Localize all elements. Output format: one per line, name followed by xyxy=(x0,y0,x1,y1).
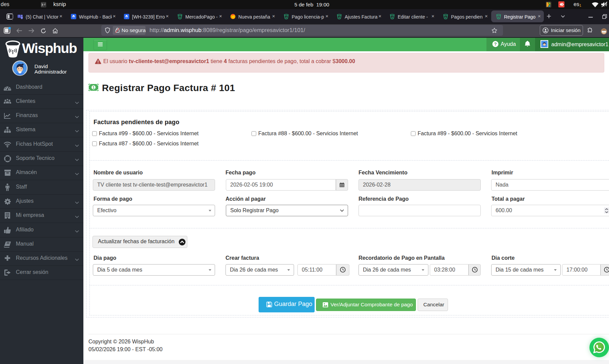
svg-text:?: ? xyxy=(494,41,497,47)
svg-text:1: 1 xyxy=(92,85,95,89)
